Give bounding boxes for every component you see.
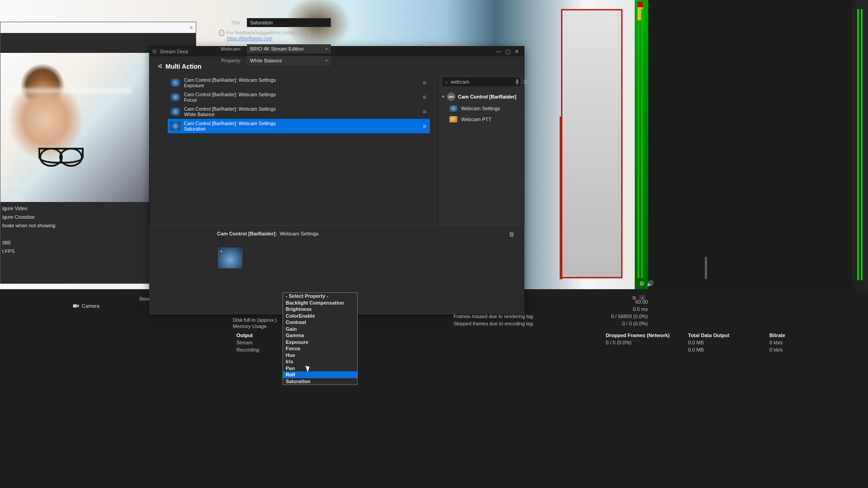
stat-missed-lbl: Frames missed due to rendering lag <box>453 314 533 319</box>
obs-title-bar: × <box>0 22 196 33</box>
action-saturation[interactable]: Cam Control [BarRaider]: Webcam Settings… <box>168 119 430 133</box>
webcam-icon <box>170 122 180 130</box>
mem-label: Memory Usage <box>233 324 267 329</box>
disk-label: Disk full in (approx.) <box>233 317 277 323</box>
stat-skipped-val: 0 / 0 (0.0%) <box>622 321 648 326</box>
inspector-name-bold: Cam Control [BarRaider]: <box>217 231 277 236</box>
action-white-balance[interactable]: Cam Control [BarRaider]: Webcam Settings… <box>168 104 430 119</box>
preview-empty <box>648 0 852 289</box>
search-bar[interactable]: ⌕ × ☰ <box>442 77 520 86</box>
chevron-down-icon: ▾ <box>326 47 328 51</box>
chevron-down-icon: ▾ <box>326 58 328 63</box>
property-dropdown[interactable]: - Select Property -Backlight Compensatio… <box>283 292 358 385</box>
dropdown-option[interactable]: Brightness <box>283 306 357 313</box>
plugin-group-title: Cam Control [BarRaider] <box>458 94 516 99</box>
output-header: Output <box>236 333 253 338</box>
right-audio-meter <box>853 0 868 289</box>
stats-right-block: 60.00 0.5 ms Frames missed due to render… <box>453 298 648 327</box>
drag-handle-icon[interactable]: ≡ <box>423 108 425 115</box>
multi-action-title: Multi Action <box>165 63 202 70</box>
property-select[interactable]: White Balance ▾ <box>247 56 331 65</box>
action-thumbnail[interactable]: + <box>218 248 242 268</box>
drag-handle-icon[interactable]: ≡ <box>423 94 425 101</box>
drag-handle-icon[interactable]: ≡ <box>423 122 425 130</box>
svg-rect-0 <box>73 305 77 308</box>
stat-render: 0.5 ms <box>633 306 648 312</box>
obs-row <box>0 230 64 232</box>
dropdown-option[interactable]: Gamma <box>283 332 357 339</box>
source-camera-row[interactable]: Camera <box>71 302 101 310</box>
sources-label: Sour <box>139 296 150 301</box>
inspector-name-rest: Webcam Settings <box>280 231 319 236</box>
dropdown-option[interactable]: Hue <box>283 352 357 359</box>
close-button[interactable]: ✕ <box>512 48 521 55</box>
barraider-icon: BR <box>447 93 455 101</box>
webcam-select[interactable]: BRIO 4K Stream Edition ▾ <box>247 44 331 53</box>
dropdown-option[interactable]: Gain <box>283 326 357 333</box>
obs-right-panel <box>635 0 868 289</box>
obs-row[interactable]: t FPS <box>0 248 64 255</box>
inspector-scrollbar[interactable] <box>705 257 707 279</box>
back-icon[interactable]: ᐊ <box>158 63 162 70</box>
obs-row[interactable]: tivate when not showing <box>0 222 64 229</box>
plugin-item-webcam-settings[interactable]: Webcam Settings <box>449 105 520 112</box>
dropdown-option[interactable]: Saturation <box>283 378 357 385</box>
obs-row[interactable]: 080 <box>0 239 64 246</box>
stat-fps: 60.00 <box>635 299 648 305</box>
minimize-button[interactable]: — <box>494 48 503 55</box>
red-border-marker <box>560 117 562 279</box>
stats-columns: Dropped Frames (Network)Total Data Outpu… <box>606 332 854 353</box>
list-view-icon[interactable]: ☰ <box>523 79 528 85</box>
obs-device-row[interactable]: K Stream Edition <box>0 188 64 195</box>
obs-row[interactable]: igure Video <box>0 205 64 212</box>
trash-icon[interactable]: 🗑 <box>509 231 514 238</box>
dropdown-option[interactable]: Exposure <box>283 339 357 346</box>
source-camera-label: Camera <box>82 303 99 309</box>
webcam-icon <box>170 108 180 116</box>
close-icon[interactable]: × <box>189 24 193 31</box>
sd-app-icon <box>152 49 157 54</box>
barraider-link[interactable]: https://BarRaider.com <box>227 36 273 41</box>
chevron-down-icon: ▾ <box>442 94 444 99</box>
dropdown-option[interactable]: Backlight Compensation <box>283 300 357 306</box>
plugin-item-webcam-ptt[interactable]: Webcam PTT <box>449 116 520 122</box>
webcam-icon <box>170 79 180 87</box>
dropdown-option[interactable]: - Select Property - <box>283 293 357 300</box>
obs-row[interactable]: tivate <box>0 196 64 203</box>
drag-handle-icon[interactable]: ≡ <box>423 79 425 86</box>
stat-skipped-lbl: Skipped frames due to encoding lag <box>453 321 533 326</box>
dropdown-option[interactable]: Contrast <box>283 319 357 326</box>
sd-title-bar: Stream Deck — ▢ ✕ <box>150 47 524 56</box>
output-stream: Stream <box>236 340 252 345</box>
maximize-button[interactable]: ▢ <box>503 48 512 55</box>
property-label: Property: <box>218 58 243 63</box>
webcam-label: Webcam: <box>218 46 243 52</box>
action-exposure[interactable]: Cam Control [BarRaider]: Webcam Settings… <box>168 75 430 90</box>
left-audio-meter <box>635 0 648 289</box>
info-icon: i <box>219 30 224 36</box>
webcam-ptt-icon <box>449 116 458 122</box>
dropdown-option[interactable]: Iris <box>283 358 357 365</box>
dropdown-option[interactable]: Focus <box>283 345 357 352</box>
stat-missed-val: 0 / 58809 (0.0%) <box>611 314 648 319</box>
dropdown-option[interactable]: ColorEnable <box>283 313 357 319</box>
info-text: For feedback/suggestions contact me at h… <box>227 30 331 42</box>
search-icon: ⌕ <box>445 79 448 84</box>
search-input[interactable] <box>451 79 513 84</box>
volume-icon[interactable]: 🔊 <box>646 280 654 287</box>
webcam-preview <box>0 53 151 202</box>
camera-icon <box>73 303 79 309</box>
dropdown-option[interactable]: Pan <box>283 365 357 372</box>
plus-icon[interactable]: + <box>218 248 224 254</box>
dropdown-option[interactable]: Roll <box>283 371 357 378</box>
title-input[interactable] <box>247 18 331 27</box>
clear-icon[interactable]: × <box>516 79 519 85</box>
output-recording: Recording <box>236 347 259 352</box>
title-label: Title: <box>218 20 243 25</box>
obs-row[interactable]: igure Crossbar <box>0 213 64 221</box>
webcam-icon <box>449 105 458 112</box>
gear-icon[interactable]: ⚙ <box>639 280 645 287</box>
action-focus[interactable]: Cam Control [BarRaider]: Webcam Settings… <box>168 90 430 104</box>
meter-controls[interactable]: ⚙ 🔊 <box>639 280 654 287</box>
plugin-group-header[interactable]: ▾ BR Cam Control [BarRaider] <box>442 93 520 101</box>
